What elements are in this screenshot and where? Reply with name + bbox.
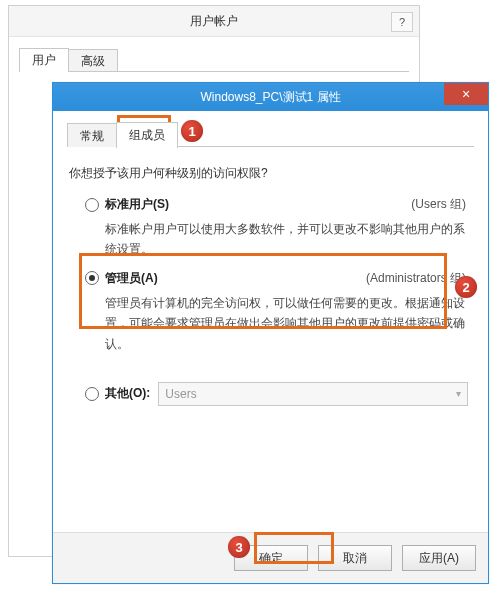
apply-button[interactable]: 应用(A) [402,545,476,571]
access-level-question: 你想授予该用户何种级别的访问权限? [69,165,474,182]
desc-standard: 标准帐户用户可以使用大多数软件，并可以更改不影响其他用户的系统设置。 [105,219,472,260]
bg-tabs: 用户 高级 [19,47,409,72]
properties-dialog: Windows8_PC\测试1 属性 × 常规 组成员 你想授予该用户何种级别的… [52,82,489,584]
tab-membership[interactable]: 组成员 [116,122,178,148]
cancel-button[interactable]: 取消 [318,545,392,571]
option-admin-head: 管理员(A) (Administrators 组) [85,270,474,287]
label-standard: 标准用户(S) [105,196,169,213]
radio-administrator[interactable] [85,271,99,285]
close-icon: × [462,86,470,102]
radio-standard[interactable] [85,198,99,212]
other-group-select[interactable]: Users ▾ [158,382,468,406]
dlg-titlebar[interactable]: Windows8_PC\测试1 属性 × [53,83,488,111]
bg-titlebar: 用户帐户 ? [9,6,419,37]
label-administrator: 管理员(A) [105,270,158,287]
dlg-body: 常规 组成员 你想授予该用户何种级别的访问权限? 标准用户(S) (Users … [53,111,488,529]
dlg-title: Windows8_PC\测试1 属性 [53,89,488,106]
tab-users[interactable]: 用户 [19,48,69,72]
label-other: 其他(O): [105,385,150,402]
close-button[interactable]: × [444,83,488,105]
dialog-button-row: 确定 取消 应用(A) [53,532,488,583]
option-administrator[interactable]: 管理员(A) (Administrators 组) 管理员有计算机的完全访问权，… [85,270,474,354]
group-administrator: (Administrators 组) [366,270,466,287]
chevron-down-icon: ▾ [456,388,461,399]
callout-badge-1: 1 [181,120,203,142]
option-standard-user[interactable]: 标准用户(S) (Users 组) 标准帐户用户可以使用大多数软件，并可以更改不… [85,196,474,260]
option-standard-head: 标准用户(S) (Users 组) [85,196,474,213]
callout-badge-3: 3 [228,536,250,558]
dlg-tabs: 常规 组成员 [67,121,474,147]
desc-administrator: 管理员有计算机的完全访问权，可以做任何需要的更改。根据通知设置，可能会要求管理员… [105,293,472,354]
group-standard: (Users 组) [411,196,466,213]
bg-body: 用户 高级 [9,37,419,82]
tab-advanced[interactable]: 高级 [68,49,118,71]
tab-general[interactable]: 常规 [67,123,117,147]
callout-badge-2: 2 [455,276,477,298]
other-select-value: Users [165,387,196,401]
bg-window-title: 用户帐户 [190,13,238,30]
radio-other[interactable] [85,387,99,401]
help-button[interactable]: ? [391,12,413,32]
option-other[interactable]: 其他(O): Users ▾ [85,382,474,406]
